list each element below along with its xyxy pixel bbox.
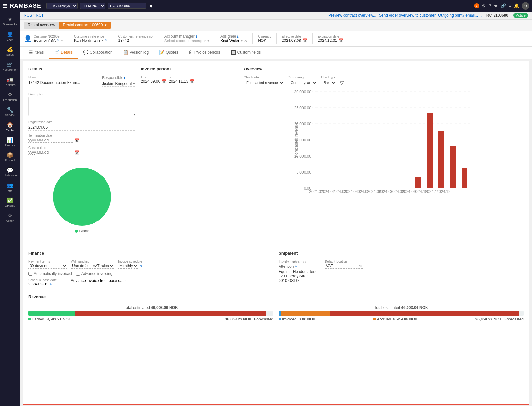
auto-invoiced-checkbox[interactable]	[28, 272, 32, 276]
sidebar-item-bookmarks[interactable]: ★ Bookmarks	[0, 14, 20, 28]
sidebar-item-procurement[interactable]: 🛒 Procurement	[0, 59, 20, 73]
finance-section: Finance Payment terms 30 days net VAT ha…	[28, 251, 273, 289]
customer-edit-icon[interactable]: ✎	[57, 39, 60, 42]
link-icon[interactable]: 🔗	[500, 3, 506, 8]
to-date-calendar-icon[interactable]: 📅	[189, 79, 194, 84]
expiration-date-calendar-icon[interactable]: 📅	[338, 38, 343, 43]
chart-filter-icon[interactable]: ▽	[340, 80, 344, 86]
name-value[interactable]: 13442 Documentation Exam...	[28, 80, 97, 86]
registration-date-field: Registration date 2024.09.05	[28, 120, 135, 131]
details-tab-icon: 📄	[54, 50, 60, 55]
breadcrumb-rct[interactable]: RCT	[36, 13, 44, 18]
assignee-dropdown-icon[interactable]: ▼	[240, 40, 243, 42]
sidebar-item-rental[interactable]: 🏠 Rental	[0, 120, 20, 134]
tab-quotes[interactable]: 📝 Quotes	[154, 47, 183, 59]
sidebar-item-service[interactable]: 🔧 Service	[0, 105, 20, 119]
invoice-periods-tab-icon: 🗓	[188, 50, 193, 55]
assignee-info-icon[interactable]: ℹ	[237, 34, 239, 39]
account-manager-dropdown-icon[interactable]: ▼	[207, 40, 210, 42]
sidebar-label-finance: Finance	[5, 144, 15, 147]
vat-handling-select[interactable]: Use default VAT rules	[71, 263, 114, 269]
more-link[interactable]: ...	[481, 13, 484, 18]
print-link[interactable]: Outgoing print / email...	[438, 13, 478, 18]
schedule-base-date-edit-icon[interactable]: ✎	[49, 282, 52, 286]
customer-person-icon: 👤	[24, 35, 32, 42]
closing-date-calendar-icon[interactable]: 📅	[75, 150, 79, 155]
registration-date-value[interactable]: 2024.09.05	[28, 124, 135, 131]
top-icons: 1 ⚙ ? ★ 🔗 ≡ 🔔 U	[474, 2, 529, 10]
tab-details[interactable]: 📄 Details	[49, 47, 78, 59]
payment-terms-select[interactable]: 30 days net	[28, 263, 67, 269]
closing-date-input[interactable]	[28, 150, 73, 155]
advance-invoicing-checkbox[interactable]	[76, 272, 80, 276]
sidebar-item-hr[interactable]: 👥 HR	[0, 180, 20, 194]
send-order-link[interactable]: Send order overview to customer	[379, 13, 436, 18]
termination-date-calendar-icon[interactable]: 📅	[75, 138, 79, 143]
hamburger-icon[interactable]: ☰	[3, 3, 7, 9]
assignee-clear-btn[interactable]: ✕	[244, 39, 247, 43]
ref-dropdown-icon[interactable]: ▼	[101, 39, 104, 42]
alert-badge[interactable]: 1	[474, 3, 479, 8]
sidebar-item-crm[interactable]: 👤 CRM	[0, 29, 20, 43]
version-log-tab-label: Version log	[130, 50, 149, 55]
effective-date-calendar-icon[interactable]: 📅	[302, 38, 307, 43]
star-icon[interactable]: ★	[494, 3, 498, 8]
tab-version-log[interactable]: 📋 Version log	[118, 47, 154, 59]
pie-legend-label: Blank	[79, 229, 89, 233]
responsible-dropdown-icon[interactable]: ▼	[133, 82, 135, 85]
customer-dropdown-icon[interactable]: ▼	[61, 39, 63, 42]
sidebar-item-sales[interactable]: 💰 Sales	[0, 44, 20, 58]
sidebar-item-qhses[interactable]: ✅ QHSES	[0, 195, 20, 209]
menu-icon[interactable]: ≡	[509, 3, 511, 8]
sidebar-item-collaboration[interactable]: 💬 Collaboration	[0, 165, 20, 179]
rental-overview-tab[interactable]: Rental overview	[24, 22, 59, 29]
attention-edit-icon[interactable]: ✎	[295, 265, 297, 268]
chart-data-select[interactable]: Forecasted revenue	[244, 80, 284, 86]
advance-invoice-field: Advance invoice from base date	[71, 278, 126, 286]
tab-collaboration[interactable]: 💬 Collaboration	[78, 47, 118, 59]
sidebar-item-finance[interactable]: 📊 Finance	[0, 135, 20, 149]
invoice-schedule-select[interactable]: Monthly	[118, 263, 138, 269]
default-location-select[interactable]: VAT	[325, 263, 363, 269]
user-avatar[interactable]: U	[522, 2, 529, 10]
chart-data-field: Chart data Forecasted revenue	[244, 76, 284, 86]
account-manager-info-icon[interactable]: ℹ	[196, 35, 197, 38]
ref-edit-icon[interactable]: ✎	[105, 39, 108, 42]
termination-date-input[interactable]	[28, 138, 73, 143]
customers-ref-label: Customers reference	[74, 35, 108, 38]
tab-items[interactable]: ☰ Items	[24, 47, 49, 59]
assignee-field: Assignee ℹ Knut Waka ▼ ✕	[220, 34, 247, 43]
address-line2: 123 Energy Street	[279, 274, 317, 278]
description-textarea[interactable]	[28, 97, 135, 116]
tab-invoice-periods[interactable]: 🗓 Invoice periods	[183, 47, 225, 59]
bookmarks-icon: ★	[8, 16, 12, 22]
company-select[interactable]: JHC DevSys	[46, 3, 78, 9]
settings-icon[interactable]: ⚙	[482, 3, 486, 8]
notifications-icon[interactable]: 🔔	[514, 3, 519, 8]
revenue-right-total: Total estimated 46,003.06 NOK	[279, 305, 524, 310]
account-manager-label: Account manager ℹ	[164, 34, 210, 39]
sidebar-item-logistics[interactable]: 🚛 Logistics	[0, 75, 20, 88]
sidebar-item-product[interactable]: 📦 Product	[0, 150, 20, 164]
search-go-icon[interactable]: ◀	[149, 4, 152, 8]
tab-custom-fields[interactable]: 🔲 Custom fields	[225, 47, 266, 59]
account-manager-placeholder: Select account manager	[164, 39, 206, 43]
dropdown-arrow-icon[interactable]: ▼	[104, 23, 107, 27]
responsible-info-icon[interactable]: ℹ	[124, 76, 125, 80]
env-select[interactable]: TEM-NO	[80, 3, 105, 9]
invoice-schedule-edit-icon[interactable]: ✎	[140, 264, 143, 268]
collaboration-tab-label: Collaboration	[90, 50, 113, 55]
from-date-calendar-icon[interactable]: 📅	[161, 79, 166, 84]
sidebar-item-production[interactable]: ⚙ Production	[0, 90, 20, 104]
years-range-select[interactable]: Current year	[288, 80, 317, 86]
preview-contract-link[interactable]: Preview contract overview...	[328, 13, 376, 18]
sidebar-item-admin[interactable]: ⚙ Admin	[0, 211, 20, 224]
breadcrumb-rcs[interactable]: RCS	[24, 13, 32, 18]
rental-contract-tab[interactable]: Rental contract 100690 ▼	[59, 22, 111, 29]
chart-type-select[interactable]: Bar	[321, 80, 336, 86]
invoice-periods-tab-label: Invoice periods	[194, 50, 220, 55]
name-responsible-row: Name 13442 Documentation Exam... Respons…	[28, 76, 135, 90]
contract-search-input[interactable]	[108, 3, 146, 9]
bar-chart-svg: 0.00 5,000.00 10,000.00 15,000.00 20,000…	[244, 88, 524, 211]
help-icon[interactable]: ?	[489, 3, 491, 8]
